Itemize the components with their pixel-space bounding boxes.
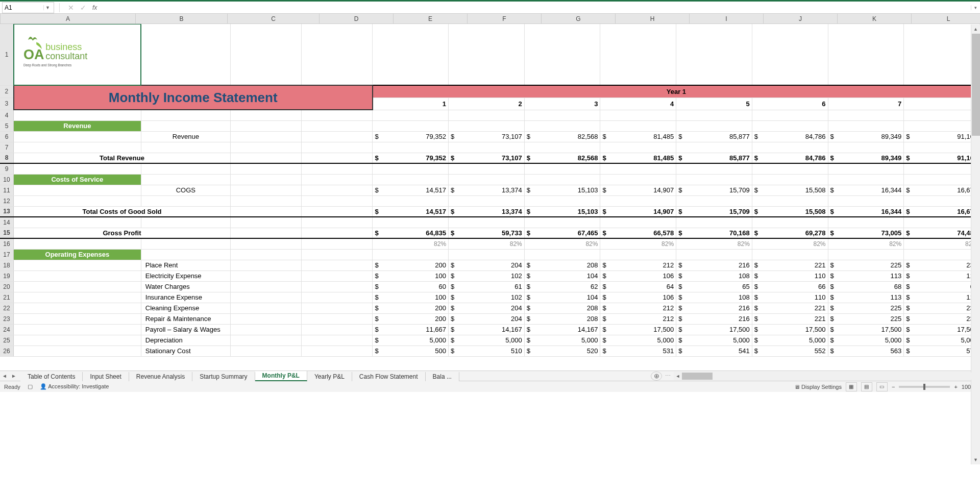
gp-pct[interactable]: 82% xyxy=(676,238,752,249)
row-header-10[interactable]: 10 xyxy=(0,174,14,185)
cell[interactable] xyxy=(600,163,676,174)
opex-label[interactable]: Cleaning Expense xyxy=(141,303,230,313)
value-cell[interactable]: $84,786 xyxy=(752,131,828,142)
cell[interactable] xyxy=(302,324,373,335)
cell[interactable] xyxy=(141,217,230,228)
cell[interactable] xyxy=(14,281,141,292)
cell[interactable] xyxy=(14,131,141,142)
value-cell[interactable]: $221 xyxy=(752,260,828,270)
value-cell[interactable]: $541 xyxy=(676,346,752,356)
cell[interactable] xyxy=(302,163,373,174)
value-cell[interactable]: $5,000 xyxy=(524,335,600,346)
value-cell[interactable]: $212 xyxy=(600,303,676,313)
value-cell[interactable]: $510 xyxy=(449,346,525,356)
sheet-tab-startup-summary[interactable]: Startup Summary xyxy=(192,372,255,381)
sheet-tab-cash-flow-statement[interactable]: Cash Flow Statement xyxy=(352,372,426,381)
row-header-18[interactable]: 18 xyxy=(0,260,14,270)
cell[interactable] xyxy=(14,110,141,120)
cell[interactable] xyxy=(752,120,828,131)
sheet-tab-revenue-analysis[interactable]: Revenue Analysis xyxy=(129,372,192,381)
column-header-A[interactable]: A xyxy=(1,14,136,23)
cell[interactable] xyxy=(676,217,752,228)
value-cell[interactable]: $15,709 xyxy=(676,206,752,217)
month-header-2[interactable]: 2 xyxy=(449,97,525,110)
row-header-24[interactable]: 24 xyxy=(0,324,14,335)
month-header-7[interactable]: 7 xyxy=(828,97,904,110)
value-cell[interactable]: $17,500 xyxy=(752,324,828,335)
cell[interactable] xyxy=(752,142,828,153)
value-cell[interactable]: $230 xyxy=(904,260,980,270)
cell[interactable] xyxy=(676,195,752,206)
sheet-tab-table-of-contents[interactable]: Table of Contents xyxy=(20,372,83,381)
value-cell[interactable]: $79,352 xyxy=(373,153,449,163)
row-header-17[interactable]: 17 xyxy=(0,249,14,260)
cell[interactable] xyxy=(230,195,301,206)
value-cell[interactable]: $82,568 xyxy=(524,131,600,142)
value-cell[interactable]: $204 xyxy=(449,260,525,270)
value-cell[interactable]: $216 xyxy=(676,303,752,313)
cell[interactable] xyxy=(524,142,600,153)
value-cell[interactable]: $113 xyxy=(828,270,904,281)
cell[interactable] xyxy=(302,120,373,131)
value-cell[interactable]: $552 xyxy=(752,346,828,356)
cell[interactable] xyxy=(230,324,301,335)
add-sheet-button[interactable]: ⊕ xyxy=(651,372,662,381)
row-header-19[interactable]: 19 xyxy=(0,270,14,281)
section-opex[interactable]: Operating Expenses xyxy=(14,249,141,260)
cell[interactable] xyxy=(302,110,373,120)
formula-expand-icon[interactable]: ▾ xyxy=(971,5,980,10)
accessibility-button[interactable]: 👤 Accessibility: Investigate xyxy=(40,383,109,390)
cell[interactable] xyxy=(302,313,373,324)
value-cell[interactable]: $70,168 xyxy=(676,228,752,238)
horizontal-scrollbar[interactable]: ◄ ► xyxy=(674,372,980,380)
cell[interactable] xyxy=(373,217,449,228)
value-cell[interactable]: $212 xyxy=(600,313,676,324)
value-cell[interactable]: $16,677 xyxy=(904,206,980,217)
record-macro-icon[interactable]: ▢ xyxy=(28,383,33,390)
enter-icon[interactable]: ✓ xyxy=(77,4,89,12)
row-header-26[interactable]: 26 xyxy=(0,346,14,356)
gp-pct[interactable]: 82% xyxy=(524,238,600,249)
cell[interactable] xyxy=(302,346,373,356)
cell[interactable] xyxy=(230,238,301,249)
cell[interactable] xyxy=(373,142,449,153)
value-cell[interactable]: $106 xyxy=(600,270,676,281)
cell[interactable] xyxy=(828,195,904,206)
zoom-slider[interactable] xyxy=(899,386,950,388)
tab-more-icon[interactable]: ⋯ xyxy=(665,373,671,379)
cell[interactable] xyxy=(373,110,449,120)
cell[interactable] xyxy=(904,24,980,85)
page-title[interactable]: Monthly Income Statement xyxy=(14,85,373,110)
value-cell[interactable]: $208 xyxy=(524,260,600,270)
cell[interactable] xyxy=(828,249,904,260)
value-cell[interactable]: $14,907 xyxy=(600,206,676,217)
cell[interactable] xyxy=(14,260,141,270)
row-header-23[interactable]: 23 xyxy=(0,313,14,324)
value-cell[interactable]: $15,508 xyxy=(752,206,828,217)
value-cell[interactable]: $15,103 xyxy=(524,185,600,195)
value-cell[interactable]: $64,835 xyxy=(373,228,449,238)
value-cell[interactable]: $100 xyxy=(373,292,449,303)
value-cell[interactable]: $104 xyxy=(524,270,600,281)
cell[interactable] xyxy=(904,110,980,120)
cancel-icon[interactable]: ✕ xyxy=(65,4,77,12)
value-cell[interactable]: $208 xyxy=(524,313,600,324)
tab-next-icon[interactable]: ► xyxy=(9,373,18,379)
cell[interactable] xyxy=(230,163,301,174)
value-cell[interactable]: $14,517 xyxy=(373,185,449,195)
cell[interactable] xyxy=(14,238,141,249)
cell[interactable] xyxy=(524,24,600,85)
opex-label[interactable]: Payroll – Salary & Wages xyxy=(141,324,230,335)
cell[interactable] xyxy=(676,163,752,174)
cell[interactable] xyxy=(449,249,525,260)
value-cell[interactable]: $61 xyxy=(449,281,525,292)
cell[interactable] xyxy=(230,153,301,163)
month-header-1[interactable]: 1 xyxy=(373,97,449,110)
cell[interactable] xyxy=(524,174,600,185)
cell[interactable] xyxy=(828,217,904,228)
value-cell[interactable]: $5,000 xyxy=(828,335,904,346)
value-cell[interactable]: $17,500 xyxy=(676,324,752,335)
value-cell[interactable]: $91,161 xyxy=(904,153,980,163)
cell[interactable] xyxy=(752,195,828,206)
row-header-8[interactable]: 8 xyxy=(0,153,14,163)
